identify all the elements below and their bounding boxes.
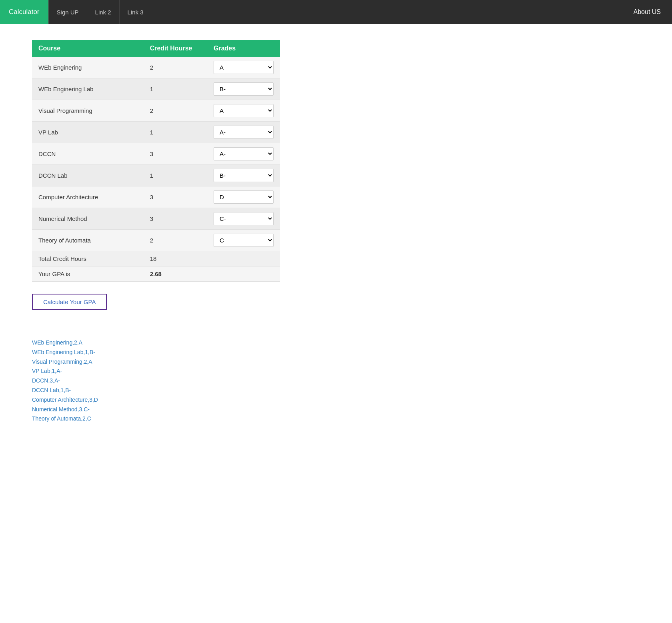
credit-cell: 1 bbox=[144, 122, 207, 143]
grade-cell: AA-B+BB-C+CC-D+DF bbox=[207, 57, 280, 78]
course-cell: DCCN Lab bbox=[32, 165, 144, 186]
navbar: Calculator Sign UP Link 2 Link 3 About U… bbox=[0, 0, 672, 24]
nav-link-2[interactable]: Link 2 bbox=[87, 0, 119, 24]
summary-item: DCCN,3,A- bbox=[32, 376, 640, 386]
grade-select[interactable]: AA-B+BB-C+CC-D+DF bbox=[214, 147, 274, 160]
table-row: Visual Programming2AA-B+BB-C+CC-D+DF bbox=[32, 100, 280, 122]
credit-cell: 3 bbox=[144, 208, 207, 230]
grade-select[interactable]: AA-B+BB-C+CC-D+DF bbox=[214, 126, 274, 139]
total-value: 18 bbox=[144, 251, 207, 266]
grade-select[interactable]: AA-B+BB-C+CC-D+DF bbox=[214, 234, 274, 247]
table-row: WEb Enginering Lab1AA-B+BB-C+CC-D+DF bbox=[32, 78, 280, 100]
grade-select[interactable]: AA-B+BB-C+CC-D+DF bbox=[214, 169, 274, 182]
summary-item: Numerical Method,3,C- bbox=[32, 405, 640, 415]
course-cell: Numerical Method bbox=[32, 208, 144, 230]
grade-cell: AA-B+BB-C+CC-D+DF bbox=[207, 165, 280, 186]
nav-link-signup[interactable]: Sign UP bbox=[48, 0, 87, 24]
table-row: DCCN3AA-B+BB-C+CC-D+DF bbox=[32, 143, 280, 165]
credit-cell: 2 bbox=[144, 230, 207, 251]
summary-item: WEb Enginering,2,A bbox=[32, 338, 640, 348]
grade-select[interactable]: AA-B+BB-C+CC-D+DF bbox=[214, 190, 274, 204]
course-cell: Theory of Automata bbox=[32, 230, 144, 251]
table-row: DCCN Lab1AA-B+BB-C+CC-D+DF bbox=[32, 165, 280, 186]
table-row: Computer Architecture3AA-B+BB-C+CC-D+DF bbox=[32, 186, 280, 208]
table-row: Theory of Automata2AA-B+BB-C+CC-D+DF bbox=[32, 230, 280, 251]
course-cell: Computer Architecture bbox=[32, 186, 144, 208]
credit-cell: 1 bbox=[144, 165, 207, 186]
credit-cell: 3 bbox=[144, 186, 207, 208]
main-content: Course Credit Hourse Grades WEb Engineri… bbox=[0, 24, 672, 440]
grade-select[interactable]: AA-B+BB-C+CC-D+DF bbox=[214, 82, 274, 96]
table-row: VP Lab1AA-B+BB-C+CC-D+DF bbox=[32, 122, 280, 143]
summary-item: Theory of Automata,2,C bbox=[32, 414, 640, 424]
summary-item: WEb Enginering Lab,1,B- bbox=[32, 348, 640, 357]
gpa-label: Your GPA is bbox=[32, 266, 144, 282]
nav-link-3[interactable]: Link 3 bbox=[119, 0, 152, 24]
credit-cell: 2 bbox=[144, 100, 207, 122]
grade-cell: AA-B+BB-C+CC-D+DF bbox=[207, 208, 280, 230]
grade-cell: AA-B+BB-C+CC-D+DF bbox=[207, 186, 280, 208]
grade-select[interactable]: AA-B+BB-C+CC-D+DF bbox=[214, 61, 274, 74]
header-course: Course bbox=[32, 40, 144, 57]
summary-item: Visual Programming,2,A bbox=[32, 357, 640, 367]
header-credit: Credit Hourse bbox=[144, 40, 207, 57]
table-body: WEb Enginering2AA-B+BB-C+CC-D+DFWEb Engi… bbox=[32, 57, 280, 282]
grade-cell: AA-B+BB-C+CC-D+DF bbox=[207, 122, 280, 143]
course-cell: Visual Programming bbox=[32, 100, 144, 122]
summary-item: Computer Architecture,3,D bbox=[32, 395, 640, 405]
total-empty bbox=[207, 251, 280, 266]
gpa-table: Course Credit Hourse Grades WEb Engineri… bbox=[32, 40, 280, 282]
summary-item: DCCN Lab,1,B- bbox=[32, 386, 640, 395]
grade-cell: AA-B+BB-C+CC-D+DF bbox=[207, 78, 280, 100]
grade-select[interactable]: AA-B+BB-C+CC-D+DF bbox=[214, 104, 274, 117]
table-row: WEb Enginering2AA-B+BB-C+CC-D+DF bbox=[32, 57, 280, 78]
course-cell: DCCN bbox=[32, 143, 144, 165]
grade-cell: AA-B+BB-C+CC-D+DF bbox=[207, 230, 280, 251]
nav-about[interactable]: About US bbox=[622, 0, 672, 24]
summary-list: WEb Enginering,2,AWEb Enginering Lab,1,B… bbox=[32, 338, 640, 424]
course-cell: WEb Enginering Lab bbox=[32, 78, 144, 100]
grade-select[interactable]: AA-B+BB-C+CC-D+DF bbox=[214, 212, 274, 225]
table-header: Course Credit Hourse Grades bbox=[32, 40, 280, 57]
credit-cell: 3 bbox=[144, 143, 207, 165]
nav-spacer bbox=[152, 0, 622, 24]
nav-brand[interactable]: Calculator bbox=[0, 0, 48, 24]
gpa-row: Your GPA is 2.68 bbox=[32, 266, 280, 282]
credit-cell: 1 bbox=[144, 78, 207, 100]
summary-item: VP Lab,1,A- bbox=[32, 367, 640, 376]
grade-cell: AA-B+BB-C+CC-D+DF bbox=[207, 100, 280, 122]
grade-cell: AA-B+BB-C+CC-D+DF bbox=[207, 143, 280, 165]
total-label: Total Credit Hours bbox=[32, 251, 144, 266]
header-grade: Grades bbox=[207, 40, 280, 57]
table-row: Numerical Method3AA-B+BB-C+CC-D+DF bbox=[32, 208, 280, 230]
credit-cell: 2 bbox=[144, 57, 207, 78]
gpa-value: 2.68 bbox=[144, 266, 280, 282]
total-row: Total Credit Hours 18 bbox=[32, 251, 280, 266]
calculate-button[interactable]: Calculate Your GPA bbox=[32, 294, 107, 310]
course-cell: WEb Enginering bbox=[32, 57, 144, 78]
course-cell: VP Lab bbox=[32, 122, 144, 143]
